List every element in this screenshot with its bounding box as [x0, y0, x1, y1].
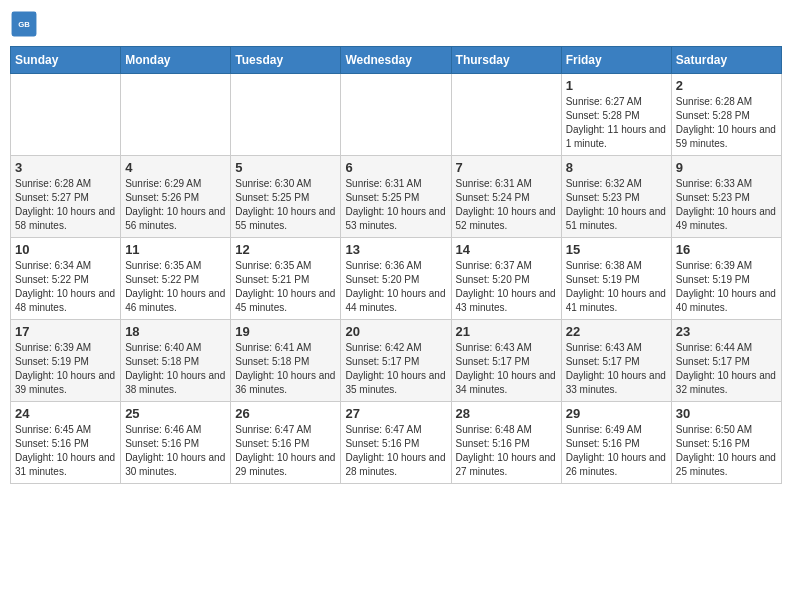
- day-info: Sunrise: 6:39 AM Sunset: 5:19 PM Dayligh…: [676, 259, 777, 315]
- calendar-cell: 28Sunrise: 6:48 AM Sunset: 5:16 PM Dayli…: [451, 402, 561, 484]
- calendar-cell: [11, 74, 121, 156]
- day-number: 12: [235, 242, 336, 257]
- day-header-saturday: Saturday: [671, 47, 781, 74]
- day-number: 10: [15, 242, 116, 257]
- day-header-monday: Monday: [121, 47, 231, 74]
- day-number: 23: [676, 324, 777, 339]
- header: GB: [10, 10, 782, 38]
- day-number: 7: [456, 160, 557, 175]
- calendar-cell: 25Sunrise: 6:46 AM Sunset: 5:16 PM Dayli…: [121, 402, 231, 484]
- day-number: 22: [566, 324, 667, 339]
- day-number: 3: [15, 160, 116, 175]
- calendar-cell: 20Sunrise: 6:42 AM Sunset: 5:17 PM Dayli…: [341, 320, 451, 402]
- calendar-cell: 5Sunrise: 6:30 AM Sunset: 5:25 PM Daylig…: [231, 156, 341, 238]
- day-number: 27: [345, 406, 446, 421]
- day-info: Sunrise: 6:34 AM Sunset: 5:22 PM Dayligh…: [15, 259, 116, 315]
- day-number: 25: [125, 406, 226, 421]
- day-header-sunday: Sunday: [11, 47, 121, 74]
- calendar-cell: 21Sunrise: 6:43 AM Sunset: 5:17 PM Dayli…: [451, 320, 561, 402]
- day-info: Sunrise: 6:47 AM Sunset: 5:16 PM Dayligh…: [345, 423, 446, 479]
- day-info: Sunrise: 6:39 AM Sunset: 5:19 PM Dayligh…: [15, 341, 116, 397]
- day-number: 15: [566, 242, 667, 257]
- day-header-tuesday: Tuesday: [231, 47, 341, 74]
- day-info: Sunrise: 6:40 AM Sunset: 5:18 PM Dayligh…: [125, 341, 226, 397]
- day-info: Sunrise: 6:36 AM Sunset: 5:20 PM Dayligh…: [345, 259, 446, 315]
- day-number: 16: [676, 242, 777, 257]
- day-info: Sunrise: 6:44 AM Sunset: 5:17 PM Dayligh…: [676, 341, 777, 397]
- calendar-cell: 13Sunrise: 6:36 AM Sunset: 5:20 PM Dayli…: [341, 238, 451, 320]
- calendar-cell: 7Sunrise: 6:31 AM Sunset: 5:24 PM Daylig…: [451, 156, 561, 238]
- day-number: 29: [566, 406, 667, 421]
- calendar-cell: 1Sunrise: 6:27 AM Sunset: 5:28 PM Daylig…: [561, 74, 671, 156]
- logo: GB: [10, 10, 42, 38]
- day-number: 20: [345, 324, 446, 339]
- calendar-cell: 30Sunrise: 6:50 AM Sunset: 5:16 PM Dayli…: [671, 402, 781, 484]
- day-number: 11: [125, 242, 226, 257]
- day-number: 4: [125, 160, 226, 175]
- calendar-cell: [451, 74, 561, 156]
- day-number: 24: [15, 406, 116, 421]
- day-number: 8: [566, 160, 667, 175]
- day-info: Sunrise: 6:41 AM Sunset: 5:18 PM Dayligh…: [235, 341, 336, 397]
- day-number: 14: [456, 242, 557, 257]
- day-info: Sunrise: 6:45 AM Sunset: 5:16 PM Dayligh…: [15, 423, 116, 479]
- day-info: Sunrise: 6:30 AM Sunset: 5:25 PM Dayligh…: [235, 177, 336, 233]
- day-header-wednesday: Wednesday: [341, 47, 451, 74]
- calendar-cell: 12Sunrise: 6:35 AM Sunset: 5:21 PM Dayli…: [231, 238, 341, 320]
- day-info: Sunrise: 6:43 AM Sunset: 5:17 PM Dayligh…: [566, 341, 667, 397]
- day-info: Sunrise: 6:31 AM Sunset: 5:24 PM Dayligh…: [456, 177, 557, 233]
- day-header-thursday: Thursday: [451, 47, 561, 74]
- calendar-cell: 15Sunrise: 6:38 AM Sunset: 5:19 PM Dayli…: [561, 238, 671, 320]
- calendar-cell: [231, 74, 341, 156]
- calendar-cell: 22Sunrise: 6:43 AM Sunset: 5:17 PM Dayli…: [561, 320, 671, 402]
- day-number: 30: [676, 406, 777, 421]
- day-info: Sunrise: 6:47 AM Sunset: 5:16 PM Dayligh…: [235, 423, 336, 479]
- day-info: Sunrise: 6:28 AM Sunset: 5:28 PM Dayligh…: [676, 95, 777, 151]
- day-info: Sunrise: 6:35 AM Sunset: 5:21 PM Dayligh…: [235, 259, 336, 315]
- calendar-cell: 2Sunrise: 6:28 AM Sunset: 5:28 PM Daylig…: [671, 74, 781, 156]
- day-info: Sunrise: 6:43 AM Sunset: 5:17 PM Dayligh…: [456, 341, 557, 397]
- calendar-cell: 4Sunrise: 6:29 AM Sunset: 5:26 PM Daylig…: [121, 156, 231, 238]
- calendar-cell: 23Sunrise: 6:44 AM Sunset: 5:17 PM Dayli…: [671, 320, 781, 402]
- day-header-friday: Friday: [561, 47, 671, 74]
- day-info: Sunrise: 6:35 AM Sunset: 5:22 PM Dayligh…: [125, 259, 226, 315]
- calendar-cell: 14Sunrise: 6:37 AM Sunset: 5:20 PM Dayli…: [451, 238, 561, 320]
- calendar-cell: 8Sunrise: 6:32 AM Sunset: 5:23 PM Daylig…: [561, 156, 671, 238]
- calendar-cell: 24Sunrise: 6:45 AM Sunset: 5:16 PM Dayli…: [11, 402, 121, 484]
- day-info: Sunrise: 6:33 AM Sunset: 5:23 PM Dayligh…: [676, 177, 777, 233]
- day-number: 28: [456, 406, 557, 421]
- svg-text:GB: GB: [18, 20, 30, 29]
- day-info: Sunrise: 6:27 AM Sunset: 5:28 PM Dayligh…: [566, 95, 667, 151]
- day-number: 9: [676, 160, 777, 175]
- calendar-cell: 19Sunrise: 6:41 AM Sunset: 5:18 PM Dayli…: [231, 320, 341, 402]
- calendar-cell: 29Sunrise: 6:49 AM Sunset: 5:16 PM Dayli…: [561, 402, 671, 484]
- day-number: 26: [235, 406, 336, 421]
- day-info: Sunrise: 6:46 AM Sunset: 5:16 PM Dayligh…: [125, 423, 226, 479]
- day-number: 21: [456, 324, 557, 339]
- calendar-cell: 10Sunrise: 6:34 AM Sunset: 5:22 PM Dayli…: [11, 238, 121, 320]
- day-info: Sunrise: 6:50 AM Sunset: 5:16 PM Dayligh…: [676, 423, 777, 479]
- day-info: Sunrise: 6:32 AM Sunset: 5:23 PM Dayligh…: [566, 177, 667, 233]
- day-info: Sunrise: 6:31 AM Sunset: 5:25 PM Dayligh…: [345, 177, 446, 233]
- day-info: Sunrise: 6:29 AM Sunset: 5:26 PM Dayligh…: [125, 177, 226, 233]
- day-info: Sunrise: 6:49 AM Sunset: 5:16 PM Dayligh…: [566, 423, 667, 479]
- calendar-cell: 3Sunrise: 6:28 AM Sunset: 5:27 PM Daylig…: [11, 156, 121, 238]
- day-number: 2: [676, 78, 777, 93]
- day-info: Sunrise: 6:48 AM Sunset: 5:16 PM Dayligh…: [456, 423, 557, 479]
- day-info: Sunrise: 6:37 AM Sunset: 5:20 PM Dayligh…: [456, 259, 557, 315]
- day-number: 6: [345, 160, 446, 175]
- calendar: SundayMondayTuesdayWednesdayThursdayFrid…: [10, 46, 782, 484]
- calendar-cell: 11Sunrise: 6:35 AM Sunset: 5:22 PM Dayli…: [121, 238, 231, 320]
- day-number: 18: [125, 324, 226, 339]
- day-info: Sunrise: 6:28 AM Sunset: 5:27 PM Dayligh…: [15, 177, 116, 233]
- calendar-cell: 17Sunrise: 6:39 AM Sunset: 5:19 PM Dayli…: [11, 320, 121, 402]
- day-number: 13: [345, 242, 446, 257]
- day-number: 1: [566, 78, 667, 93]
- calendar-cell: [341, 74, 451, 156]
- day-number: 17: [15, 324, 116, 339]
- day-info: Sunrise: 6:42 AM Sunset: 5:17 PM Dayligh…: [345, 341, 446, 397]
- calendar-cell: 26Sunrise: 6:47 AM Sunset: 5:16 PM Dayli…: [231, 402, 341, 484]
- calendar-cell: 18Sunrise: 6:40 AM Sunset: 5:18 PM Dayli…: [121, 320, 231, 402]
- day-number: 5: [235, 160, 336, 175]
- calendar-cell: 6Sunrise: 6:31 AM Sunset: 5:25 PM Daylig…: [341, 156, 451, 238]
